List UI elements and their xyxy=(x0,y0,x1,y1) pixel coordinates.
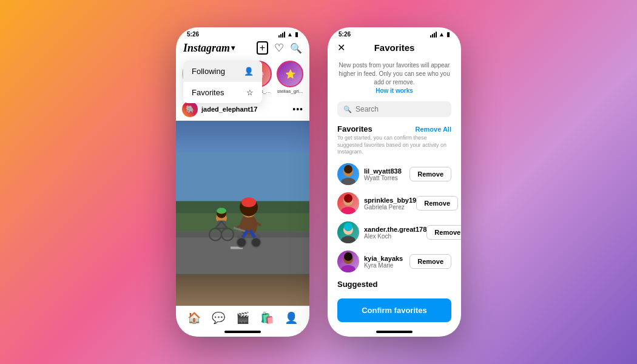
search-icon[interactable]: 🔍 xyxy=(290,42,302,54)
nav-messages-icon[interactable]: 💬 xyxy=(212,311,225,325)
svg-point-35 xyxy=(341,236,356,243)
svg-point-32 xyxy=(341,207,356,214)
post-more-icon[interactable]: ••• xyxy=(292,104,303,114)
remove-button-4[interactable]: Remove xyxy=(410,254,451,269)
svg-point-12 xyxy=(251,238,261,248)
search-input[interactable] xyxy=(356,105,445,113)
status-bar-2: 5:26 ▲ ▮ xyxy=(328,27,461,39)
favorite-user-4: kyia_kayaks Kyra Marie Remove xyxy=(337,247,451,276)
signal-bar-1 xyxy=(278,35,280,38)
post-image xyxy=(176,121,309,306)
home-indicator-2 xyxy=(328,327,461,337)
sig-bar-3 xyxy=(434,33,435,38)
user-name-2: Gabriela Perez xyxy=(364,204,416,211)
user-info-4: kyia_kayaks Kyra Marie xyxy=(337,251,403,272)
dropdown-favorites[interactable]: Favorites ☆ xyxy=(183,82,262,103)
header-icons: + ♡ 🔍 xyxy=(257,41,302,55)
story-stellas[interactable]: ⭐ stellas_grl... xyxy=(277,61,303,94)
confirm-favorites-button[interactable]: Confirm favorites xyxy=(337,298,451,322)
signal-icon-2 xyxy=(430,32,437,38)
favorite-user-1: lil_wyatt838 Wyatt Torres Remove xyxy=(337,160,451,189)
logo-chevron: ▾ xyxy=(231,44,235,53)
user-handle-2: sprinkles_bby19 xyxy=(364,197,416,204)
logo-text: Instagram xyxy=(183,42,230,55)
nav-shop-icon[interactable]: 🛍️ xyxy=(260,311,274,325)
favorite-user-3: xander.the.great178 Alex Koch Remove xyxy=(337,218,451,247)
user-name-1: Wyatt Torres xyxy=(364,175,402,181)
remove-button-3[interactable]: Remove xyxy=(426,225,461,240)
avatar-alex xyxy=(337,221,359,243)
bottom-nav: 🏠 💬 🎬 🛍️ 👤 xyxy=(176,306,309,327)
battery-icon: ▮ xyxy=(295,31,298,38)
instagram-logo[interactable]: Instagram ▾ xyxy=(183,42,235,55)
svg-point-31 xyxy=(344,194,352,203)
sig-bar-2 xyxy=(432,34,433,38)
user-name-4: Kyra Marie xyxy=(364,262,403,269)
story-label-stellas: stellas_grl... xyxy=(277,89,303,94)
close-button[interactable]: ✕ xyxy=(337,42,345,53)
search-icon-2: 🔍 xyxy=(343,106,352,113)
suggested-section-header: Suggested xyxy=(337,280,451,289)
user-text-3: xander.the.great178 Alex Koch xyxy=(364,226,426,240)
favorites-header: ✕ Favorites xyxy=(328,39,461,56)
post-user-avatar: 🐘 xyxy=(182,101,198,117)
home-bar-2 xyxy=(376,331,413,333)
favorites-label: Favorites xyxy=(192,88,224,97)
following-icon: 👤 xyxy=(244,67,254,76)
status-icons-2: ▲ ▮ xyxy=(430,31,450,38)
svg-point-37 xyxy=(344,252,352,261)
svg-point-6 xyxy=(240,215,257,237)
sig-bar-1 xyxy=(430,35,431,38)
avatar-gabriela xyxy=(337,192,359,214)
favorites-title: Favorites xyxy=(374,42,415,53)
avatar-wyatt xyxy=(337,163,359,185)
favorites-section-desc: To get started, you can confirm these su… xyxy=(337,135,451,156)
how-it-works-link[interactable]: How it works xyxy=(376,87,413,94)
nav-reels-icon[interactable]: 🎬 xyxy=(236,311,249,325)
following-label: Following xyxy=(192,67,225,76)
heart-icon[interactable]: ♡ xyxy=(274,41,284,55)
nav-profile-icon[interactable]: 👤 xyxy=(285,311,298,325)
avatar-kyra xyxy=(337,251,359,272)
user-handle-4: kyia_kayaks xyxy=(364,255,403,262)
post-user-info[interactable]: 🐘 jaded_elephant17 xyxy=(182,101,257,117)
favorites-info: New posts from your favorites will appea… xyxy=(328,56,461,98)
home-bar-1 xyxy=(224,331,261,333)
instagram-header: Instagram ▾ + ♡ 🔍 xyxy=(176,39,309,57)
favorites-section-header: Favorites Remove All xyxy=(337,124,451,133)
status-bar-1: 5:26 ▲ ▮ xyxy=(176,27,309,39)
search-bar[interactable]: 🔍 xyxy=(337,101,451,117)
user-handle-3: xander.the.great178 xyxy=(364,226,426,233)
signal-bar-2 xyxy=(280,34,281,38)
svg-point-29 xyxy=(341,178,356,185)
info-text: New posts from your favorites will appea… xyxy=(339,62,450,86)
add-post-icon[interactable]: + xyxy=(257,41,268,55)
user-name-3: Alex Koch xyxy=(364,233,426,240)
dropdown-following[interactable]: Following 👤 xyxy=(183,61,262,82)
user-text-4: kyia_kayaks Kyra Marie xyxy=(364,255,403,269)
user-text-2: sprinkles_bby19 Gabriela Perez xyxy=(364,197,416,211)
signal-icon xyxy=(278,32,285,38)
suggested-user-1: frenchie_fry39 Joseph Lyons Add xyxy=(337,290,451,294)
signal-bar-4 xyxy=(284,32,285,38)
svg-point-11 xyxy=(237,238,246,248)
favorites-star-icon: ☆ xyxy=(246,88,254,97)
nav-home-icon[interactable]: 🏠 xyxy=(187,311,201,325)
status-time-1: 5:26 xyxy=(187,31,199,38)
svg-point-38 xyxy=(341,265,356,272)
wifi-icon: ▲ xyxy=(287,31,293,38)
story-avatar-stellas: ⭐ xyxy=(277,61,303,87)
wifi-icon-2: ▲ xyxy=(439,31,445,38)
remove-all-button[interactable]: Remove All xyxy=(415,126,451,133)
favorite-user-2: sprinkles_bby19 Gabriela Perez Remove xyxy=(337,189,451,218)
feed-dropdown: Following 👤 Favorites ☆ xyxy=(183,61,262,103)
svg-point-34 xyxy=(344,223,352,231)
remove-button-1[interactable]: Remove xyxy=(410,167,451,181)
phone-2: 5:26 ▲ ▮ ✕ Favorites New posts from your… xyxy=(328,27,461,337)
user-info-2: sprinkles_bby19 Gabriela Perez xyxy=(337,192,416,214)
svg-point-20 xyxy=(217,208,226,214)
remove-button-2[interactable]: Remove xyxy=(416,196,458,211)
svg-point-9 xyxy=(241,198,256,207)
favorites-section: Favorites Remove All To get started, you… xyxy=(328,121,461,294)
post-username: jaded_elephant17 xyxy=(201,106,257,113)
